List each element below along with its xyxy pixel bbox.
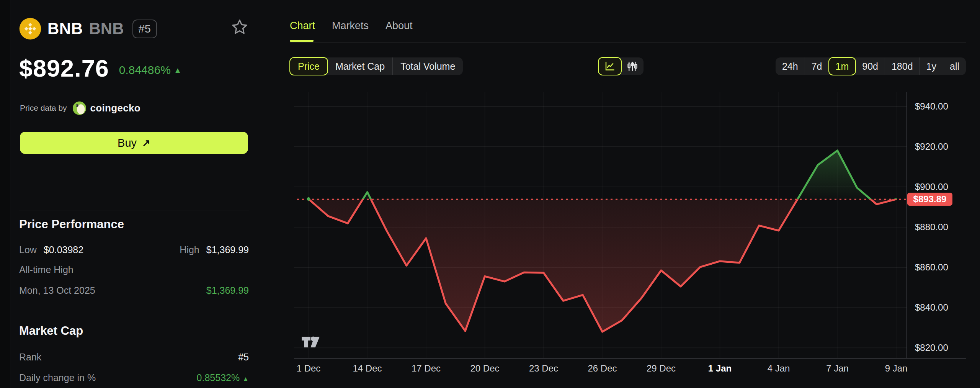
ath-label-row: All-time High xyxy=(19,264,249,275)
x-axis-label: 23 Dec xyxy=(529,363,558,374)
low-high-row: Low $0.03982 High $1,369.99 xyxy=(19,244,249,255)
ath-date: Mon, 13 Oct 2025 xyxy=(19,285,95,296)
y-axis-label: $840.00 xyxy=(915,302,948,313)
ath-value-row: Mon, 13 Oct 2025 $1,369.99 xyxy=(19,285,249,296)
main-tabs: Chart Markets About xyxy=(290,20,413,41)
buy-button[interactable]: Buy ↗ xyxy=(20,132,248,154)
range-all-button[interactable]: all xyxy=(943,57,966,75)
range-24h-button[interactable]: 24h xyxy=(776,57,805,75)
attribution-prefix: Price data by xyxy=(20,103,67,113)
time-range-toggle: 24h 7d 1m 90d 180d 1y all xyxy=(776,57,966,75)
low-value: $0.03982 xyxy=(44,244,83,255)
range-1m-button[interactable]: 1m xyxy=(828,57,856,75)
x-axis-label: 17 Dec xyxy=(412,363,441,374)
tabs-hairline xyxy=(290,42,966,43)
high-value: $1,369.99 xyxy=(206,244,249,255)
low-label: Low xyxy=(19,244,37,255)
tradingview-logo-icon[interactable] xyxy=(301,333,325,350)
sidebar-divider xyxy=(19,211,249,211)
y-axis-label: $880.00 xyxy=(915,222,948,232)
favorite-star-icon[interactable] xyxy=(231,18,248,35)
sidebar-divider xyxy=(19,310,249,310)
metric-toggle: Price Market Cap Total Volume xyxy=(290,57,463,75)
tab-markets[interactable]: Markets xyxy=(332,20,369,41)
x-axis-label: 14 Dec xyxy=(353,363,382,374)
x-axis-label: 1 Dec xyxy=(297,363,321,374)
rank-row: Rank #5 xyxy=(19,352,249,363)
coingecko-logo-icon xyxy=(72,101,87,115)
arrow-up-right-icon: ↗ xyxy=(142,137,150,149)
left-edge-rail xyxy=(0,0,10,388)
metric-totalvolume-button[interactable]: Total Volume xyxy=(392,57,463,75)
chart-type-toggle xyxy=(598,57,644,75)
daily-change-label: Daily change in % xyxy=(19,372,96,383)
high-label: High xyxy=(180,244,199,255)
y-axis-label: $920.00 xyxy=(915,141,948,152)
line-chart-icon xyxy=(604,61,616,72)
last-price-tag: $893.89 xyxy=(907,193,952,206)
metric-price-button[interactable]: Price xyxy=(289,57,328,75)
up-triangle-icon: ▲ xyxy=(242,375,249,383)
range-90d-button[interactable]: 90d xyxy=(856,57,885,75)
time-axis-line xyxy=(294,358,966,359)
daily-change-number: 0.85532% xyxy=(197,372,240,383)
price-row: $892.76 0.84486% ▲ xyxy=(19,54,181,82)
x-axis-label: 1 Jan xyxy=(708,363,732,374)
price-performance-title: Price Performance xyxy=(19,218,124,231)
range-180d-button[interactable]: 180d xyxy=(885,57,920,75)
candlestick-icon xyxy=(627,61,638,72)
price-change: 0.84486% ▲ xyxy=(119,64,181,77)
range-1y-button[interactable]: 1y xyxy=(920,57,943,75)
coin-ticker: BNB xyxy=(89,20,124,38)
daily-change-row: Daily change in % 0.85532% ▲ xyxy=(19,372,249,383)
y-axis-label: $940.00 xyxy=(915,101,948,112)
x-axis-label: 4 Jan xyxy=(768,363,790,374)
ath-value: $1,369.99 xyxy=(206,285,249,296)
price-attribution: Price data by coingecko xyxy=(20,100,140,116)
rank-badge: #5 xyxy=(132,20,157,38)
x-axis-label: 20 Dec xyxy=(470,363,499,374)
attribution-provider: coingecko xyxy=(90,102,140,114)
tab-about[interactable]: About xyxy=(385,20,413,41)
x-axis-label: 29 Dec xyxy=(647,363,676,374)
metric-marketcap-button[interactable]: Market Cap xyxy=(328,57,392,75)
y-axis-label: $900.00 xyxy=(915,182,948,192)
range-7d-button[interactable]: 7d xyxy=(805,57,829,75)
current-price: $892.76 xyxy=(19,54,109,82)
candlestick-chart-type-button[interactable] xyxy=(621,57,644,75)
daily-change-value: 0.85532% ▲ xyxy=(197,372,249,383)
rank-label: Rank xyxy=(19,352,41,363)
price-change-value: 0.84486% xyxy=(119,64,171,76)
coin-sidebar: BNB BNB #5 $892.76 0.84486% ▲ Price data… xyxy=(10,0,289,388)
buy-button-label: Buy xyxy=(118,137,137,149)
coin-name: BNB xyxy=(47,20,83,38)
y-axis-label: $820.00 xyxy=(915,342,948,353)
line-chart-type-button[interactable] xyxy=(598,57,622,75)
tab-chart[interactable]: Chart xyxy=(290,20,315,41)
ath-label: All-time High xyxy=(19,264,74,275)
rank-value: #5 xyxy=(238,352,249,363)
y-axis-label: $860.00 xyxy=(915,262,948,273)
x-axis-label: 9 Jan xyxy=(885,363,908,374)
bnb-logo-icon xyxy=(19,18,41,40)
x-axis-label: 7 Jan xyxy=(826,363,849,374)
up-triangle-icon: ▲ xyxy=(174,66,181,74)
coin-header: BNB BNB #5 xyxy=(19,18,157,40)
x-axis-label: 26 Dec xyxy=(588,363,617,374)
price-chart[interactable] xyxy=(294,92,906,358)
price-axis-line xyxy=(906,92,907,358)
market-cap-title: Market Cap xyxy=(19,324,83,338)
